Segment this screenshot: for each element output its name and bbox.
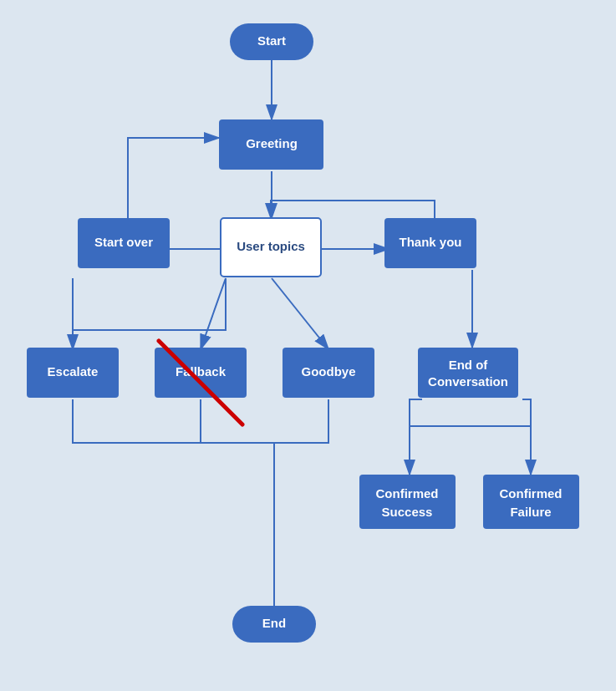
start-over-label: Start over xyxy=(94,235,153,249)
end-label: End xyxy=(262,616,286,630)
start-label: Start xyxy=(257,33,286,48)
conf-failure-node xyxy=(483,475,579,529)
conn-thankyou-usertopics xyxy=(271,201,435,220)
greeting-label: Greeting xyxy=(246,136,298,150)
thank-you-label: Thank you xyxy=(399,235,461,249)
conf-success-label1: Confirmed xyxy=(376,486,439,500)
conn-esc-bottom xyxy=(73,399,274,443)
user-topics-label: User topics xyxy=(237,239,305,253)
conn-ut-fallback xyxy=(201,278,226,349)
end-of-conv-label2: Conversation xyxy=(428,374,508,389)
conn-startover-greeting xyxy=(128,138,219,220)
flowchart: Start Greeting User topics Start over Th… xyxy=(0,0,616,691)
conf-failure-label1: Confirmed xyxy=(500,486,563,500)
end-of-conv-node xyxy=(418,348,518,398)
conn-ut-left-down xyxy=(73,278,226,348)
conn-eoc-confsuccess xyxy=(410,399,422,475)
conn-eoc-conffailure xyxy=(522,399,531,475)
conf-failure-label2: Failure xyxy=(510,505,551,519)
end-of-conv-label1: End of xyxy=(449,358,489,372)
diagram-svg: Start Greeting User topics Start over Th… xyxy=(0,0,616,691)
escalate-label: Escalate xyxy=(48,364,99,379)
goodbye-label: Goodbye xyxy=(301,364,355,379)
conf-success-label2: Success xyxy=(382,505,433,519)
conn-ut-goodbye xyxy=(272,278,328,349)
conn-good-bottom xyxy=(274,399,328,443)
conf-success-node xyxy=(359,475,456,529)
